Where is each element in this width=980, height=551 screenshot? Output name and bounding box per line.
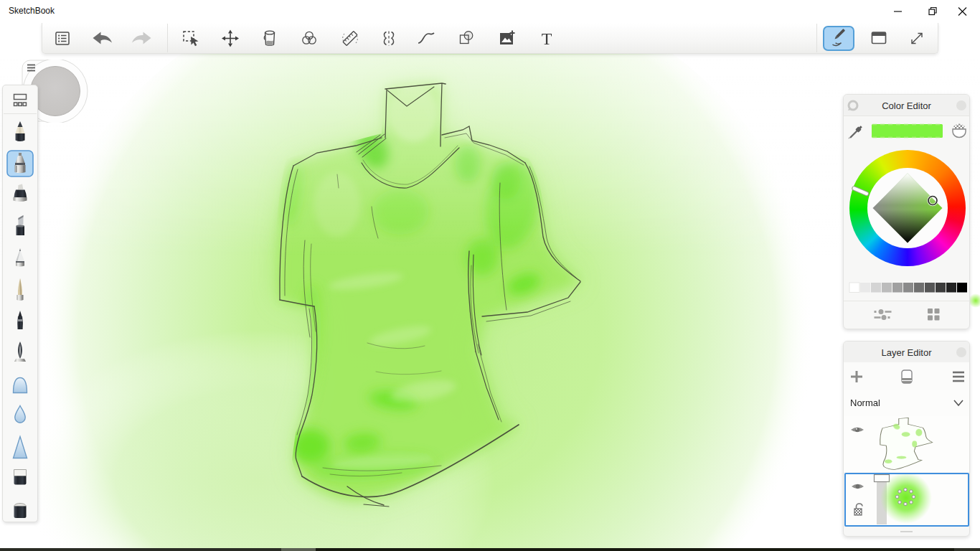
svg-text:T: T	[542, 29, 552, 48]
